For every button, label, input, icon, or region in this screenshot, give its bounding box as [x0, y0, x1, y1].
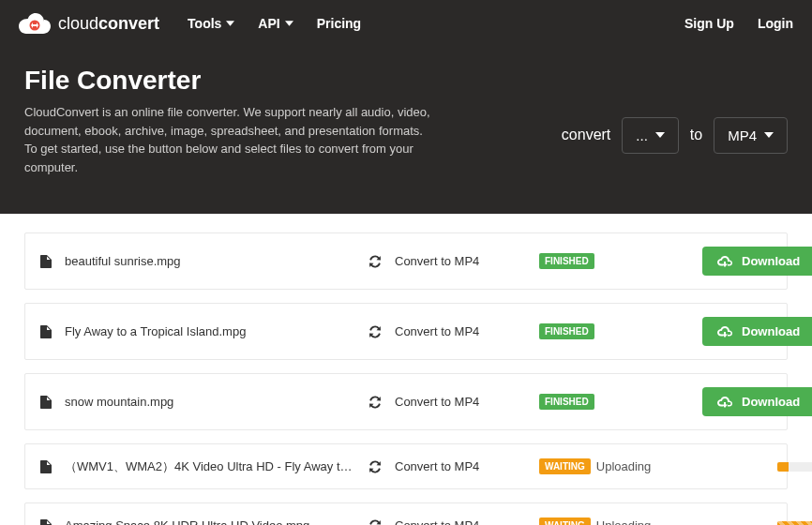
download-button[interactable]: Download [702, 387, 812, 416]
hero: File Converter CloudConvert is an online… [0, 47, 812, 214]
file-icon [40, 396, 52, 409]
convert-options-button[interactable] [368, 325, 382, 338]
status-badge: WAITING [539, 518, 591, 525]
file-row: Amazing Space 8K HDR Ultra HD Video.mpgC… [24, 502, 788, 525]
file-name: Fly Away to a Tropical Island.mpg [65, 324, 355, 338]
file-name: （WMV1、WMA2）4K Video Ultra HD - Fly Away … [65, 458, 355, 475]
chevron-down-icon [764, 132, 774, 138]
status-text: Uploading [596, 459, 652, 473]
cloud-download-icon [717, 256, 732, 267]
convert-options-button[interactable] [368, 255, 382, 268]
chevron-down-icon [226, 21, 234, 26]
refresh-icon [368, 519, 382, 526]
cloud-download-icon [717, 326, 732, 338]
nav-pricing[interactable]: Pricing [317, 16, 361, 31]
page-title: File Converter [24, 66, 437, 96]
chevron-down-icon [655, 132, 665, 138]
logo-text-bold: convert [98, 14, 159, 34]
convert-options-button[interactable] [368, 460, 382, 473]
to-label: to [690, 127, 702, 143]
convert-to-label[interactable]: Convert to MP4 [395, 395, 526, 409]
upload-progress [777, 462, 812, 472]
status-badge: FINISHED [539, 394, 594, 410]
chevron-down-icon [285, 21, 293, 26]
convert-to-label[interactable]: Convert to MP4 [395, 254, 526, 268]
download-button[interactable]: Download [702, 247, 812, 276]
convert-options-button[interactable] [368, 519, 382, 526]
from-format-select[interactable]: ... [622, 117, 679, 154]
cloud-download-icon [717, 397, 732, 408]
file-icon [40, 255, 52, 268]
nav-signup[interactable]: Sign Up [684, 16, 734, 31]
convert-options-button[interactable] [368, 396, 382, 409]
nav-login[interactable]: Login [758, 16, 793, 31]
to-format-select[interactable]: MP4 [714, 117, 788, 154]
status-badge: FINISHED [539, 323, 594, 339]
logo-text-light: cloud [58, 14, 98, 34]
file-row: beautiful sunrise.mpgConvert to MP4FINIS… [24, 232, 788, 290]
file-row: （WMV1、WMA2）4K Video Ultra HD - Fly Away … [24, 443, 788, 489]
convert-to-label[interactable]: Convert to MP4 [395, 459, 526, 473]
refresh-icon [368, 396, 382, 409]
file-icon [40, 460, 52, 473]
status-badge: WAITING [539, 458, 591, 474]
convert-label: convert [562, 127, 610, 143]
refresh-icon [368, 325, 382, 338]
file-name: beautiful sunrise.mpg [65, 254, 355, 268]
cloud-icon [19, 13, 51, 34]
logo[interactable]: cloudconvert [19, 13, 159, 34]
convert-to-label[interactable]: Convert to MP4 [395, 324, 526, 338]
file-icon [40, 325, 52, 338]
nav-api[interactable]: API [258, 16, 293, 31]
file-name: snow mountain.mpg [65, 395, 355, 409]
status-badge: FINISHED [539, 253, 594, 269]
file-list: beautiful sunrise.mpgConvert to MP4FINIS… [0, 214, 812, 525]
file-icon [40, 519, 52, 526]
page-description: CloudConvert is an online file converter… [24, 103, 437, 176]
file-name: Amazing Space 8K HDR Ultra HD Video.mpg [65, 518, 355, 525]
refresh-icon [368, 460, 382, 473]
convert-to-label[interactable]: Convert to MP4 [395, 518, 526, 525]
nav-tools[interactable]: Tools [188, 16, 234, 31]
download-button[interactable]: Download [702, 317, 812, 346]
top-nav: cloudconvert Tools API Pricing Sign Up L… [0, 0, 812, 47]
file-row: snow mountain.mpgConvert to MP4FINISHEDD… [24, 373, 788, 430]
refresh-icon [368, 255, 382, 268]
file-row: Fly Away to a Tropical Island.mpgConvert… [24, 303, 788, 360]
upload-progress [777, 521, 812, 526]
status-text: Uploading [596, 518, 652, 525]
